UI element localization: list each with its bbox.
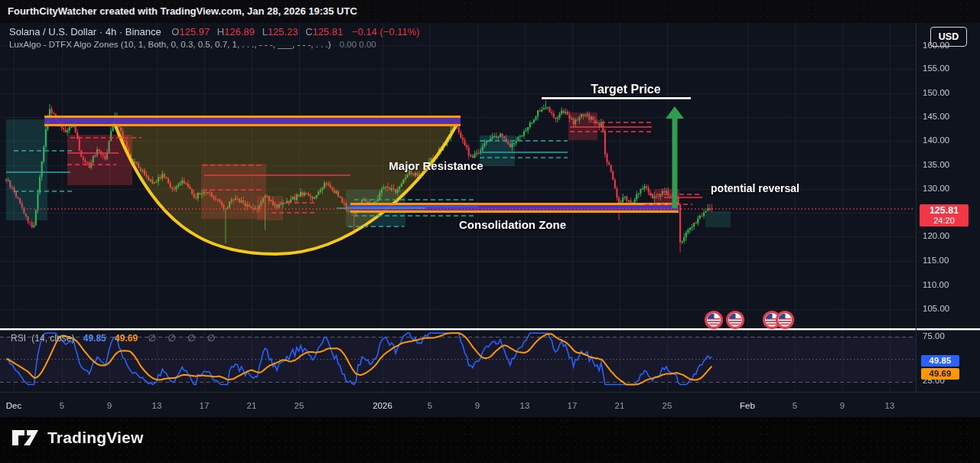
rsi-empty-values: ∅ ∅ ∅ ∅ — [148, 333, 220, 344]
rsi-value-badge: 49.69 — [921, 368, 959, 380]
time-axis-label: 13 — [885, 401, 895, 410]
time-axis-separator — [0, 392, 980, 393]
price-axis-label: 145.00 — [923, 112, 949, 121]
price-axis-label: 115.00 — [923, 256, 949, 265]
price-axis-label: 105.00 — [923, 304, 949, 313]
symbol-title: Solana / U.S. Dollar · 4h · Binance — [9, 26, 161, 37]
time-axis-label: 21 — [247, 401, 257, 410]
price-axis-label: 75.00 — [923, 331, 945, 341]
close-label: C — [305, 26, 312, 37]
close-value: 125.81 — [313, 26, 343, 37]
time-axis-label: 9 — [475, 401, 480, 410]
price-axis-label: 160.00 — [923, 41, 949, 50]
rsi-value: 49.85 — [83, 333, 106, 344]
rsi-signal-value: 49.69 — [115, 333, 138, 344]
time-axis-label: 25 — [663, 401, 672, 410]
last-price-value: 125.81 — [920, 205, 969, 216]
price-axis-label: 140.00 — [923, 135, 949, 145]
time-axis-label: 5 — [793, 401, 797, 410]
rsi-value-badge: 49.85 — [921, 355, 959, 367]
open-label: O — [171, 26, 179, 37]
time-axis-label: 21 — [615, 401, 625, 410]
rsi-name: RSI — [11, 333, 26, 344]
high-value: 126.89 — [224, 26, 255, 37]
tradingview-logo-text: TradingView — [47, 429, 144, 447]
open-value: 125.97 — [179, 26, 210, 37]
change-value: −0.14 (−0.11%) — [352, 26, 420, 37]
time-axis-label: 17 — [568, 401, 578, 410]
time-axis-label: 9 — [840, 401, 845, 410]
rsi-legend-row[interactable]: RSI (14, close) 49.85 49.69 ∅ ∅ ∅ ∅ — [11, 333, 220, 344]
time-axis-label: 9 — [107, 401, 112, 410]
price-axis-label: 135.00 — [923, 160, 949, 169]
indicator-title: LuxAlgo - DTFX Algo Zones (10, 1, Both, … — [9, 40, 331, 49]
tradingview-logo-icon — [11, 427, 40, 448]
high-label: H — [217, 26, 224, 37]
indicator-legend-row[interactable]: LuxAlgo - DTFX Algo Zones (10, 1, Both, … — [9, 40, 376, 49]
time-axis-label: 2026 — [373, 401, 392, 410]
candlestick-chart-canvas[interactable] — [0, 0, 980, 463]
time-axis-label: 13 — [520, 401, 530, 410]
price-axis-label: 130.00 — [923, 184, 949, 193]
time-axis-label: 17 — [200, 401, 210, 410]
consolidation-zone-label[interactable]: Consolidation Zone — [459, 218, 566, 231]
major-resistance-label[interactable]: Major Resistance — [389, 159, 483, 172]
time-axis-label: Feb — [740, 401, 755, 410]
price-axis-label: 110.00 — [923, 280, 949, 289]
time-axis-label: 5 — [60, 401, 64, 410]
price-axis-label: 155.00 — [923, 64, 949, 73]
symbol-legend-row[interactable]: Solana / U.S. Dollar · 4h · Binance O125… — [9, 26, 420, 37]
indicator-values: 0.00 0.00 — [340, 40, 376, 49]
time-axis-label: 5 — [428, 401, 432, 410]
time-axis-label: 25 — [295, 401, 304, 410]
time-axis-label: Dec — [6, 401, 21, 410]
low-label: L — [262, 26, 268, 37]
price-axis-separator — [916, 23, 917, 392]
bottom-bar — [0, 417, 980, 463]
potential-reversal-label[interactable]: potential reversal — [711, 182, 799, 194]
tradingview-snapshot: FourthCityWatcher created with TradingVi… — [0, 0, 980, 463]
time-axis-label: 13 — [152, 401, 162, 410]
tradingview-logo[interactable]: TradingView — [11, 427, 144, 448]
rsi-params: (14, close) — [31, 333, 74, 344]
price-axis-label: 120.00 — [923, 231, 949, 240]
low-value: 125.23 — [268, 26, 298, 37]
last-price-badge: 125.81 24:20 — [920, 204, 969, 227]
price-axis-label: 150.00 — [923, 88, 949, 97]
bar-countdown: 24:20 — [920, 216, 969, 225]
target-price-label[interactable]: Target Price — [591, 83, 660, 96]
